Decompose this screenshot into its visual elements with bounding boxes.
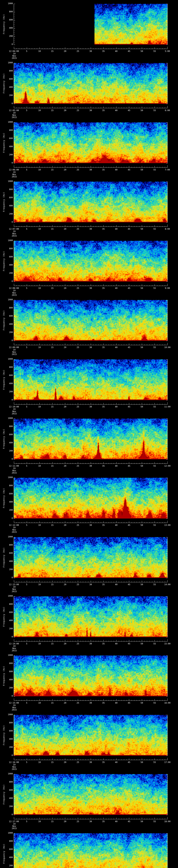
x-start-time-label: 12:14:00	[9, 643, 19, 645]
y-tick-label-800: 800	[0, 485, 13, 487]
x-minute-label-15: 15	[51, 287, 54, 289]
x-minute-label-15: 15	[51, 820, 54, 823]
x-minute-label-15: 15	[51, 50, 54, 53]
x-minute-label-40: 40	[115, 702, 117, 704]
y-axis-title: Frequency (Hz)	[3, 14, 5, 34]
spectrogram-panel: Frequency (Hz) 1000 800 600 400 200 0 12…	[0, 830, 178, 868]
y-tick-label-0: 0	[0, 754, 13, 756]
y-tick-label-600: 600	[0, 315, 13, 317]
y-tick-label-800: 800	[0, 425, 13, 428]
x-minute-label-50: 50	[141, 820, 143, 823]
x-minute-label-55: 55	[153, 702, 156, 704]
y-axis-title: Frequency (Hz)	[3, 133, 5, 153]
x-minute-label-35: 35	[102, 110, 105, 112]
y-tick-label-800: 800	[0, 248, 13, 250]
y-tick-label-1000: 1000	[0, 773, 13, 775]
x-minute-label-20: 20	[64, 50, 66, 53]
x-start-time-label: 12:05:00	[9, 110, 19, 112]
x-minute-label-10: 10	[38, 524, 41, 526]
x-minute-label-5: 5	[26, 761, 27, 764]
x-minute-label-40: 40	[115, 287, 117, 289]
x-start-time-label: 12:15:00	[9, 702, 19, 704]
y-tick-label-200: 200	[0, 865, 13, 867]
date-year-label: 2015	[12, 531, 17, 533]
x-start-time-label: 12:13:00	[9, 584, 19, 586]
x-minute-label-50: 50	[141, 110, 143, 112]
x-minute-label-15: 15	[51, 584, 54, 586]
x-minute-label-45: 45	[128, 465, 130, 467]
x-minute-label-30: 30	[89, 820, 92, 823]
y-tick-label-800: 800	[0, 188, 13, 191]
spectrogram-canvas	[0, 830, 178, 868]
x-minute-label-15: 15	[51, 761, 54, 764]
x-minute-label-10: 10	[38, 584, 41, 586]
x-minute-label-15: 15	[51, 406, 54, 408]
x-minute-label-45: 45	[128, 346, 130, 349]
x-start-time-label: 12:11:00	[9, 465, 19, 467]
spectrogram-panel: Frequency (Hz) 1000 800 600 400 200 0 12…	[0, 770, 178, 830]
x-end-time-label: 15:00	[164, 643, 171, 645]
x-minute-label-20: 20	[64, 584, 66, 586]
spectrogram-stack-figure: Frequency (Hz) 1000 800 600 400 200 0 12…	[0, 0, 178, 868]
x-minute-label-45: 45	[128, 406, 130, 408]
spectrogram-panel: Frequency (Hz) 1000 800 600 400 200 0 12…	[0, 0, 178, 59]
x-minute-label-45: 45	[128, 761, 130, 764]
y-tick-label-400: 400	[0, 738, 13, 740]
y-tick-label-400: 400	[0, 797, 13, 799]
y-tick-label-1000: 1000	[0, 2, 13, 5]
x-minute-label-5: 5	[26, 702, 27, 704]
y-tick-label-1000: 1000	[0, 713, 13, 716]
y-tick-label-200: 200	[0, 687, 13, 689]
x-start-time-label: 12:08:00	[9, 287, 19, 289]
x-minute-label-10: 10	[38, 406, 41, 408]
y-tick-label-600: 600	[0, 256, 13, 258]
spectrogram-panel: Frequency (Hz) 1000 800 600 400 200 0 12…	[0, 355, 178, 415]
x-minute-label-10: 10	[38, 820, 41, 823]
y-tick-label-600: 600	[0, 493, 13, 495]
y-tick-label-800: 800	[0, 366, 13, 368]
x-minute-label-55: 55	[153, 110, 156, 112]
y-tick-label-400: 400	[0, 619, 13, 622]
spectrogram-panel: Frequency (Hz) 1000 800 600 400 200 0 12…	[0, 533, 178, 593]
x-minute-label-30: 30	[89, 110, 92, 112]
y-axis-title: Frequency (Hz)	[3, 192, 5, 212]
x-minute-label-55: 55	[153, 465, 156, 467]
x-start-time-label: 12:07:00	[9, 228, 19, 230]
x-minute-label-25: 25	[77, 50, 79, 53]
x-minute-label-5: 5	[26, 50, 27, 53]
x-minute-label-40: 40	[115, 228, 117, 230]
x-minute-label-55: 55	[153, 228, 156, 230]
x-minute-label-15: 15	[51, 465, 54, 467]
y-tick-label-800: 800	[0, 70, 13, 72]
x-minute-label-50: 50	[141, 169, 143, 171]
y-tick-label-400: 400	[0, 442, 13, 444]
x-minute-label-40: 40	[115, 406, 117, 408]
x-minute-label-45: 45	[128, 643, 130, 645]
x-minute-label-40: 40	[115, 524, 117, 526]
y-tick-label-1000: 1000	[0, 476, 13, 478]
x-minute-label-50: 50	[141, 524, 143, 526]
x-minute-label-15: 15	[51, 524, 54, 526]
x-minute-label-10: 10	[38, 465, 41, 467]
x-minute-label-30: 30	[89, 169, 92, 171]
x-minute-label-55: 55	[153, 643, 156, 645]
x-minute-label-50: 50	[141, 406, 143, 408]
x-minute-label-35: 35	[102, 702, 105, 704]
x-minute-label-40: 40	[115, 465, 117, 467]
x-minute-label-30: 30	[89, 761, 92, 764]
x-minute-label-45: 45	[128, 287, 130, 289]
x-minute-label-20: 20	[64, 702, 66, 704]
x-minute-label-35: 35	[102, 761, 105, 764]
y-tick-label-200: 200	[0, 509, 13, 511]
y-tick-label-0: 0	[0, 339, 13, 342]
x-start-time-label: 12:10:00	[9, 406, 19, 408]
x-minute-label-30: 30	[89, 228, 92, 230]
y-tick-label-600: 600	[0, 78, 13, 80]
x-minute-label-5: 5	[26, 584, 27, 586]
x-minute-label-5: 5	[26, 643, 27, 645]
date-year-label: 2015	[12, 709, 17, 711]
x-minute-label-35: 35	[102, 524, 105, 526]
x-minute-label-25: 25	[77, 643, 79, 645]
x-minute-label-55: 55	[153, 169, 156, 171]
y-tick-label-1000: 1000	[0, 358, 13, 360]
